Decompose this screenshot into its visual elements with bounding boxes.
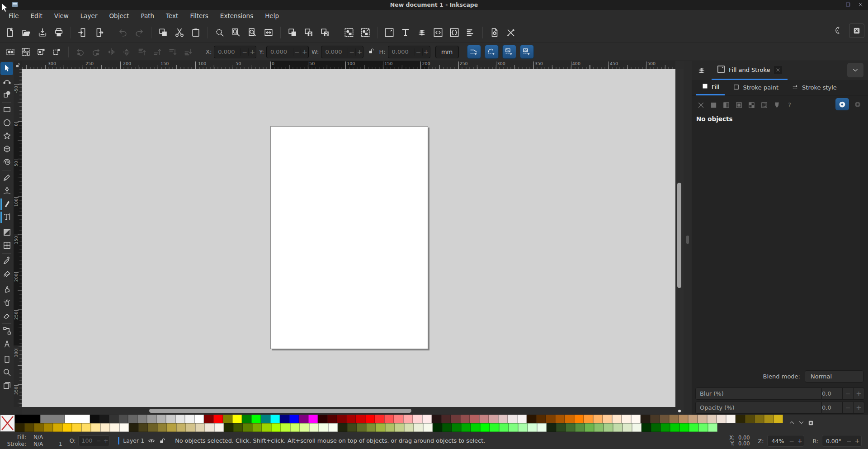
deselect-button[interactable] bbox=[34, 45, 48, 59]
palette-swatch[interactable] bbox=[251, 415, 261, 423]
fill-stroke-indicator[interactable]: Fill: N/A Stroke: N/A 1 bbox=[6, 434, 62, 447]
unknown-paint-button[interactable]: ? bbox=[783, 99, 796, 111]
palette-swatch[interactable] bbox=[508, 415, 517, 423]
h-increment[interactable]: + bbox=[422, 48, 430, 56]
palette-swatch[interactable] bbox=[688, 415, 698, 423]
tool-page-tool[interactable] bbox=[0, 353, 13, 366]
rotation-increment[interactable]: + bbox=[853, 437, 861, 444]
toggle-move-patterns-button[interactable] bbox=[520, 45, 534, 59]
blur-slider[interactable]: Blur (%) bbox=[695, 388, 822, 400]
palette-swatch[interactable] bbox=[622, 415, 631, 423]
opacity-increment[interactable]: + bbox=[854, 402, 864, 414]
blend-mode-select[interactable]: Normal bbox=[805, 370, 863, 383]
tool-text[interactable] bbox=[0, 211, 13, 224]
palette-swatch[interactable] bbox=[195, 423, 205, 432]
scrollbar-thumb[interactable] bbox=[677, 183, 681, 288]
palette-swatch[interactable] bbox=[147, 415, 156, 423]
palette-swatch[interactable] bbox=[660, 415, 669, 423]
palette-swatch[interactable] bbox=[403, 415, 413, 423]
palette-swatch[interactable] bbox=[129, 423, 138, 432]
tool-node-editor[interactable] bbox=[0, 75, 13, 88]
blur-decrement[interactable]: − bbox=[843, 388, 854, 400]
palette-swatch[interactable] bbox=[252, 423, 262, 432]
w-decrement[interactable]: − bbox=[348, 48, 355, 56]
palette-swatch[interactable] bbox=[698, 423, 708, 432]
palette-swatch[interactable] bbox=[271, 423, 281, 432]
layers-dock-tab[interactable] bbox=[692, 61, 712, 80]
palette-swatch[interactable] bbox=[366, 423, 376, 432]
palette-swatch[interactable] bbox=[689, 423, 698, 432]
palette-swatch[interactable] bbox=[574, 415, 584, 423]
palette-swatch[interactable] bbox=[290, 423, 300, 432]
ruler-corner-lock-icon[interactable] bbox=[14, 61, 22, 69]
tool-calligraphy[interactable] bbox=[0, 198, 13, 211]
palette-swatch[interactable] bbox=[764, 415, 774, 423]
tool-shape-builder[interactable] bbox=[0, 88, 13, 101]
palette-swatch[interactable] bbox=[603, 415, 612, 423]
opacity-spin-increment[interactable]: + bbox=[102, 437, 109, 444]
palette-swatch[interactable] bbox=[384, 415, 394, 423]
palette-swatch[interactable] bbox=[318, 415, 327, 423]
palette-swatch[interactable] bbox=[669, 415, 679, 423]
palette-swatch[interactable] bbox=[109, 415, 118, 423]
menu-edit[interactable]: Edit bbox=[25, 10, 48, 22]
tool-pages[interactable] bbox=[0, 379, 13, 392]
opacity-slider[interactable]: Opacity (%) bbox=[695, 402, 822, 414]
opacity-spin-value[interactable]: 100 bbox=[79, 437, 95, 444]
x-input[interactable]: 0.000−+ bbox=[214, 46, 256, 58]
palette-swatch[interactable] bbox=[214, 423, 224, 432]
palette-swatch[interactable] bbox=[471, 423, 480, 432]
palette-swatch[interactable] bbox=[91, 423, 100, 432]
palette-swatch[interactable] bbox=[242, 415, 251, 423]
align-distribute-button[interactable] bbox=[462, 24, 479, 41]
import-button[interactable] bbox=[75, 24, 91, 41]
save-document-button[interactable] bbox=[34, 24, 51, 41]
menu-filters[interactable]: Filters bbox=[184, 10, 214, 22]
palette-swatch[interactable] bbox=[423, 423, 433, 432]
palette-swatch[interactable] bbox=[72, 423, 81, 432]
tab-fill-and-stroke[interactable]: Fill and Stroke bbox=[712, 61, 788, 80]
radial-gradient-button[interactable] bbox=[732, 99, 745, 111]
palette-swatch[interactable] bbox=[232, 415, 242, 423]
palette-scroll-up-icon[interactable] bbox=[788, 419, 795, 427]
palette-swatch[interactable] bbox=[148, 423, 157, 432]
linear-gradient-button[interactable] bbox=[720, 99, 732, 111]
palette-swatch[interactable] bbox=[281, 423, 290, 432]
close-button[interactable] bbox=[858, 1, 865, 9]
palette-swatch[interactable] bbox=[736, 415, 745, 423]
palette-swatch[interactable] bbox=[546, 415, 555, 423]
flip-vertical-button[interactable] bbox=[120, 45, 133, 59]
rotate-cw-button[interactable] bbox=[89, 45, 103, 59]
tool-paint-bucket[interactable] bbox=[0, 268, 13, 281]
swatch-button[interactable] bbox=[770, 99, 783, 111]
menu-layer[interactable]: Layer bbox=[75, 10, 104, 22]
fillrule-evenodd-button[interactable] bbox=[851, 98, 864, 110]
x-increment[interactable]: + bbox=[248, 48, 256, 56]
copy-button[interactable] bbox=[155, 24, 171, 41]
menu-object[interactable]: Object bbox=[103, 10, 135, 22]
palette-swatch[interactable] bbox=[623, 423, 632, 432]
palette-swatch[interactable] bbox=[650, 415, 660, 423]
palette-swatch[interactable] bbox=[346, 415, 356, 423]
preferences-button[interactable] bbox=[503, 24, 519, 41]
palette-swatch[interactable] bbox=[261, 415, 270, 423]
palette-swatch[interactable] bbox=[167, 423, 176, 432]
tool-connector[interactable] bbox=[0, 325, 13, 338]
palette-swatch[interactable] bbox=[356, 415, 365, 423]
w-input[interactable]: 0.000−+ bbox=[321, 46, 363, 58]
palette-swatch[interactable] bbox=[433, 423, 442, 432]
paste-button[interactable] bbox=[188, 24, 204, 41]
canvas[interactable] bbox=[22, 69, 675, 407]
palette-swatch[interactable] bbox=[118, 415, 128, 423]
tool-measure[interactable] bbox=[0, 338, 13, 351]
palette-swatch[interactable] bbox=[698, 415, 707, 423]
export-button[interactable] bbox=[91, 24, 107, 41]
color-management-dot[interactable] bbox=[678, 410, 681, 412]
print-document-button[interactable] bbox=[51, 24, 67, 41]
palette-swatch[interactable] bbox=[594, 423, 604, 432]
palette-swatch[interactable] bbox=[679, 415, 688, 423]
text-dialog-button[interactable] bbox=[397, 24, 414, 41]
horizontal-ruler[interactable]: -300-250-200-150-100-5005010015020025030… bbox=[22, 61, 675, 69]
lower-bottom-button[interactable] bbox=[181, 45, 195, 59]
palette-swatch[interactable] bbox=[556, 423, 566, 432]
